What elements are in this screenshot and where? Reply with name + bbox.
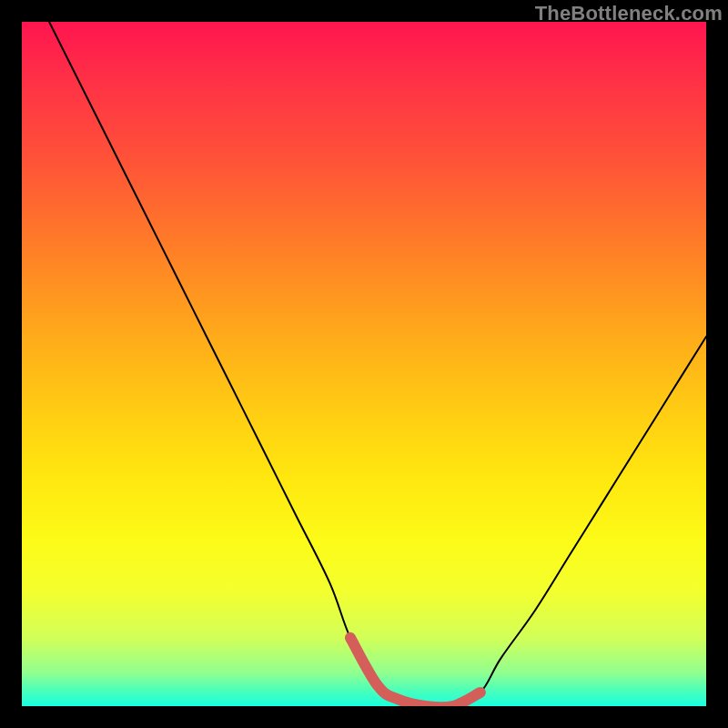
curve-svg bbox=[22, 22, 706, 706]
plot-area bbox=[22, 22, 706, 706]
low-bottleneck-band bbox=[350, 638, 480, 706]
chart-frame: TheBottleneck.com bbox=[0, 0, 728, 728]
bottleneck-curve bbox=[49, 22, 706, 706]
